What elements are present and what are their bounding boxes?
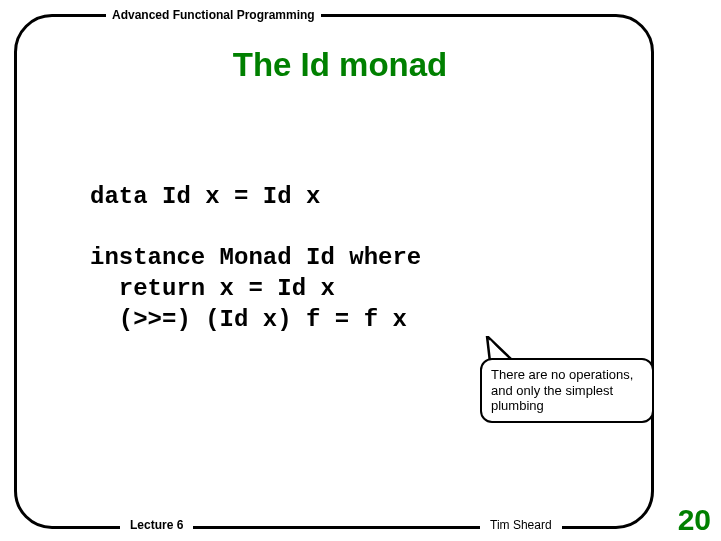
footer-author: Tim Sheard bbox=[480, 518, 562, 532]
page-number: 20 bbox=[678, 503, 711, 537]
course-label: Advanced Functional Programming bbox=[106, 8, 321, 22]
footer-lecture: Lecture 6 bbox=[120, 518, 193, 532]
callout-box: There are no operations, and only the si… bbox=[480, 358, 654, 423]
code-block: data Id x = Id x instance Monad Id where… bbox=[90, 182, 421, 336]
callout-text: There are no operations, and only the si… bbox=[491, 367, 633, 413]
slide-title: The Id monad bbox=[60, 46, 620, 84]
